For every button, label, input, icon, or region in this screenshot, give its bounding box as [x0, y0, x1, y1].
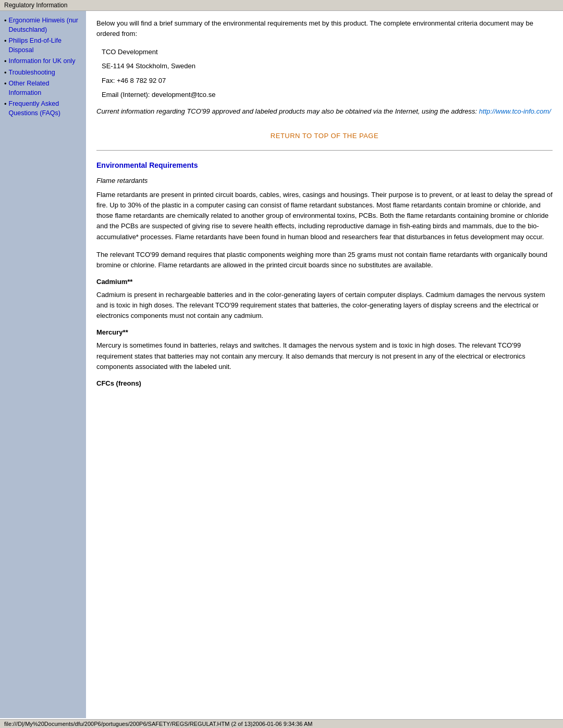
- sidebar-link-troubleshooting[interactable]: Troubleshooting: [9, 68, 55, 78]
- sidebar-item-faqs: • Frequently Asked Questions (FAQs): [4, 100, 82, 118]
- bullet-faqs: •: [4, 100, 7, 108]
- mercury-title: Mercury**: [96, 328, 553, 336]
- address-line-4: Email (Internet): development@tco.se: [102, 89, 553, 101]
- sidebar-link-ergonomie[interactable]: Ergonomie Hinweis (nur Deutschland): [9, 16, 82, 34]
- bullet-info-uk: •: [4, 57, 7, 65]
- address-line-1: TCO Development: [102, 46, 553, 58]
- main-content: Below you will find a brief summary of t…: [86, 11, 563, 718]
- sidebar-item-philips: • Philips End-of-Life Disposal: [4, 36, 82, 55]
- intro-paragraph: Below you will find a brief summary of t…: [96, 18, 553, 39]
- section-divider: [96, 150, 553, 151]
- cadmium-paragraph: Cadmium is present in rechargeable batte…: [96, 290, 553, 321]
- bullet-philips: •: [4, 37, 7, 45]
- return-to-top-link[interactable]: RETURN TO TOP OF THE PAGE: [271, 132, 378, 140]
- bullet-other-related: •: [4, 80, 7, 88]
- sidebar-item-other-related: • Other Related Information: [4, 79, 82, 97]
- sidebar-item-troubleshooting: • Troubleshooting: [4, 68, 82, 78]
- sidebar-link-info-uk[interactable]: Information for UK only: [9, 57, 76, 66]
- flame-paragraph-2: The relevant TCO'99 demand requires that…: [96, 250, 553, 270]
- sidebar-nav: • Ergonomie Hinweis (nur Deutschland) • …: [4, 16, 82, 118]
- sidebar-link-faqs[interactable]: Frequently Asked Questions (FAQs): [9, 100, 82, 118]
- address-block: TCO Development SE-114 94 Stockholm, Swe…: [102, 46, 553, 101]
- sidebar-item-info-uk: • Information for UK only: [4, 57, 82, 66]
- title-bar-label: Regulatory Information: [4, 2, 67, 9]
- environmental-requirements-title: Environmental Requirements: [96, 161, 553, 169]
- address-line-3: Fax: +46 8 782 92 07: [102, 75, 553, 87]
- bullet-ergonomie: •: [4, 17, 7, 24]
- address-line-2: SE-114 94 Stockholm, Sweden: [102, 60, 553, 72]
- cfcs-title: CFCs (freons): [96, 379, 553, 387]
- italic-note-text: Current information regarding TCO'99 app…: [96, 107, 477, 115]
- page-container: • Ergonomie Hinweis (nur Deutschland) • …: [0, 11, 563, 718]
- sidebar-link-other-related[interactable]: Other Related Information: [9, 79, 82, 97]
- title-bar: Regulatory Information: [0, 0, 563, 11]
- sidebar-item-ergonomie: • Ergonomie Hinweis (nur Deutschland): [4, 16, 82, 34]
- flame-paragraph-1: Flame retardants are present in printed …: [96, 190, 553, 242]
- tco-info-link[interactable]: http://www.tco-info.com/: [479, 107, 551, 115]
- sidebar: • Ergonomie Hinweis (nur Deutschland) • …: [0, 11, 86, 718]
- return-to-top-container: RETURN TO TOP OF THE PAGE: [96, 132, 553, 140]
- bullet-troubleshooting: •: [4, 69, 7, 77]
- mercury-paragraph: Mercury is sometimes found in batteries,…: [96, 340, 553, 372]
- cadmium-title: Cadmium**: [96, 278, 553, 286]
- sidebar-link-philips[interactable]: Philips End-of-Life Disposal: [9, 36, 82, 55]
- flame-retardants-subtitle: Flame retardants: [96, 177, 553, 184]
- italic-note: Current information regarding TCO'99 app…: [96, 106, 553, 117]
